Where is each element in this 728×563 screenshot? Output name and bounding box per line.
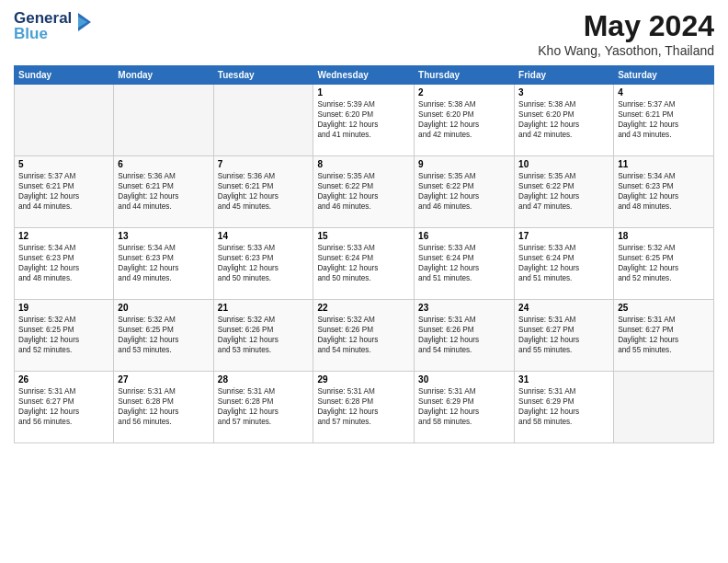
day-info: Sunrise: 5:33 AM Sunset: 6:23 PM Dayligh… (218, 243, 310, 283)
calendar-cell: 31Sunrise: 5:31 AM Sunset: 6:29 PM Dayli… (515, 372, 614, 443)
calendar-cell: 1Sunrise: 5:39 AM Sunset: 6:20 PM Daylig… (313, 85, 415, 156)
day-info: Sunrise: 5:31 AM Sunset: 6:26 PM Dayligh… (418, 315, 510, 355)
calendar-cell (114, 85, 213, 156)
day-number: 23 (418, 303, 510, 313)
calendar-cell: 27Sunrise: 5:31 AM Sunset: 6:28 PM Dayli… (114, 372, 213, 443)
day-header: Thursday (415, 66, 515, 85)
day-number: 2 (418, 87, 510, 98)
day-number: 4 (618, 87, 710, 98)
day-info: Sunrise: 5:31 AM Sunset: 6:28 PM Dayligh… (317, 386, 410, 427)
day-info: Sunrise: 5:31 AM Sunset: 6:29 PM Dayligh… (418, 386, 510, 427)
header-row: SundayMondayTuesdayWednesdayThursdayFrid… (15, 66, 714, 85)
day-number: 14 (218, 231, 310, 241)
logo: General Blue (14, 9, 95, 42)
calendar-cell: 16Sunrise: 5:33 AM Sunset: 6:24 PM Dayli… (415, 228, 515, 300)
day-info: Sunrise: 5:34 AM Sunset: 6:23 PM Dayligh… (118, 243, 209, 283)
calendar-week-row: 26Sunrise: 5:31 AM Sunset: 6:27 PM Dayli… (15, 372, 714, 443)
day-number: 8 (317, 159, 410, 169)
day-number: 17 (518, 231, 609, 241)
calendar-week-row: 19Sunrise: 5:32 AM Sunset: 6:25 PM Dayli… (15, 300, 714, 372)
day-number: 21 (218, 303, 310, 313)
calendar-cell: 23Sunrise: 5:31 AM Sunset: 6:26 PM Dayli… (415, 300, 515, 372)
calendar-cell (15, 85, 114, 156)
day-header: Sunday (15, 66, 114, 85)
day-number: 7 (218, 159, 310, 169)
day-number: 31 (518, 374, 609, 385)
day-number: 24 (518, 303, 609, 313)
calendar-cell: 13Sunrise: 5:34 AM Sunset: 6:23 PM Dayli… (114, 228, 213, 300)
day-number: 29 (317, 374, 410, 385)
calendar-cell: 5Sunrise: 5:37 AM Sunset: 6:21 PM Daylig… (15, 156, 114, 228)
day-header: Saturday (614, 66, 714, 85)
calendar-cell: 17Sunrise: 5:33 AM Sunset: 6:24 PM Dayli… (515, 228, 614, 300)
day-info: Sunrise: 5:32 AM Sunset: 6:26 PM Dayligh… (317, 315, 410, 355)
logo-content: General Blue (14, 9, 95, 42)
day-info: Sunrise: 5:32 AM Sunset: 6:26 PM Dayligh… (218, 315, 310, 355)
day-number: 1 (317, 87, 410, 98)
calendar-cell: 29Sunrise: 5:31 AM Sunset: 6:28 PM Dayli… (313, 372, 415, 443)
calendar-cell: 7Sunrise: 5:36 AM Sunset: 6:21 PM Daylig… (213, 156, 313, 228)
calendar-page: General Blue May 2024 Kho Wang, Yasothon… (0, 0, 728, 563)
day-number: 15 (317, 231, 410, 241)
day-info: Sunrise: 5:36 AM Sunset: 6:21 PM Dayligh… (218, 171, 310, 212)
day-info: Sunrise: 5:32 AM Sunset: 6:25 PM Dayligh… (618, 243, 710, 283)
day-info: Sunrise: 5:35 AM Sunset: 6:22 PM Dayligh… (418, 171, 510, 212)
day-number: 20 (118, 303, 209, 313)
day-header: Friday (515, 66, 614, 85)
calendar-week-row: 12Sunrise: 5:34 AM Sunset: 6:23 PM Dayli… (15, 228, 714, 300)
day-header: Tuesday (213, 66, 313, 85)
calendar-cell: 21Sunrise: 5:32 AM Sunset: 6:26 PM Dayli… (213, 300, 313, 372)
day-info: Sunrise: 5:37 AM Sunset: 6:21 PM Dayligh… (18, 171, 109, 212)
day-number: 12 (18, 231, 109, 241)
main-title: May 2024 (538, 9, 714, 43)
header: General Blue May 2024 Kho Wang, Yasothon… (14, 9, 714, 58)
calendar-cell: 4Sunrise: 5:37 AM Sunset: 6:21 PM Daylig… (614, 85, 714, 156)
day-info: Sunrise: 5:31 AM Sunset: 6:28 PM Dayligh… (218, 386, 310, 427)
day-info: Sunrise: 5:34 AM Sunset: 6:23 PM Dayligh… (618, 171, 710, 212)
calendar-cell: 6Sunrise: 5:36 AM Sunset: 6:21 PM Daylig… (114, 156, 213, 228)
day-info: Sunrise: 5:38 AM Sunset: 6:20 PM Dayligh… (518, 99, 609, 140)
day-number: 28 (218, 374, 310, 385)
day-number: 22 (317, 303, 410, 313)
day-info: Sunrise: 5:37 AM Sunset: 6:21 PM Dayligh… (618, 99, 710, 140)
calendar-cell: 20Sunrise: 5:32 AM Sunset: 6:25 PM Dayli… (114, 300, 213, 372)
day-info: Sunrise: 5:36 AM Sunset: 6:21 PM Dayligh… (118, 171, 209, 212)
day-number: 25 (618, 303, 710, 313)
day-number: 3 (518, 87, 609, 98)
day-info: Sunrise: 5:31 AM Sunset: 6:29 PM Dayligh… (518, 386, 609, 427)
calendar-cell: 25Sunrise: 5:31 AM Sunset: 6:27 PM Dayli… (614, 300, 714, 372)
calendar-cell: 9Sunrise: 5:35 AM Sunset: 6:22 PM Daylig… (415, 156, 515, 228)
day-number: 5 (18, 159, 109, 169)
day-number: 26 (18, 374, 109, 385)
day-number: 9 (418, 159, 510, 169)
day-info: Sunrise: 5:31 AM Sunset: 6:27 PM Dayligh… (518, 315, 609, 355)
day-info: Sunrise: 5:35 AM Sunset: 6:22 PM Dayligh… (518, 171, 609, 212)
day-number: 19 (18, 303, 109, 313)
day-info: Sunrise: 5:34 AM Sunset: 6:23 PM Dayligh… (18, 243, 109, 283)
calendar-cell: 12Sunrise: 5:34 AM Sunset: 6:23 PM Dayli… (15, 228, 114, 300)
calendar-table: SundayMondayTuesdayWednesdayThursdayFrid… (14, 65, 714, 443)
calendar-week-row: 1Sunrise: 5:39 AM Sunset: 6:20 PM Daylig… (15, 85, 714, 156)
day-info: Sunrise: 5:33 AM Sunset: 6:24 PM Dayligh… (317, 243, 410, 283)
day-number: 11 (618, 159, 710, 169)
day-info: Sunrise: 5:39 AM Sunset: 6:20 PM Dayligh… (317, 99, 410, 140)
day-number: 10 (518, 159, 609, 169)
day-info: Sunrise: 5:31 AM Sunset: 6:27 PM Dayligh… (618, 315, 710, 355)
day-number: 13 (118, 231, 209, 241)
day-header: Monday (114, 66, 213, 85)
calendar-cell: 30Sunrise: 5:31 AM Sunset: 6:29 PM Dayli… (415, 372, 515, 443)
calendar-cell: 26Sunrise: 5:31 AM Sunset: 6:27 PM Dayli… (15, 372, 114, 443)
title-section: May 2024 Kho Wang, Yasothon, Thailand (538, 9, 714, 58)
subtitle: Kho Wang, Yasothon, Thailand (538, 43, 714, 58)
calendar-cell: 15Sunrise: 5:33 AM Sunset: 6:24 PM Dayli… (313, 228, 415, 300)
day-info: Sunrise: 5:35 AM Sunset: 6:22 PM Dayligh… (317, 171, 410, 212)
calendar-cell: 10Sunrise: 5:35 AM Sunset: 6:22 PM Dayli… (515, 156, 614, 228)
day-info: Sunrise: 5:38 AM Sunset: 6:20 PM Dayligh… (418, 99, 510, 140)
day-header: Wednesday (313, 66, 415, 85)
logo-icon (74, 11, 95, 37)
day-info: Sunrise: 5:31 AM Sunset: 6:28 PM Dayligh… (118, 386, 209, 427)
day-info: Sunrise: 5:33 AM Sunset: 6:24 PM Dayligh… (518, 243, 609, 283)
calendar-week-row: 5Sunrise: 5:37 AM Sunset: 6:21 PM Daylig… (15, 156, 714, 228)
day-number: 27 (118, 374, 209, 385)
day-number: 18 (618, 231, 710, 241)
